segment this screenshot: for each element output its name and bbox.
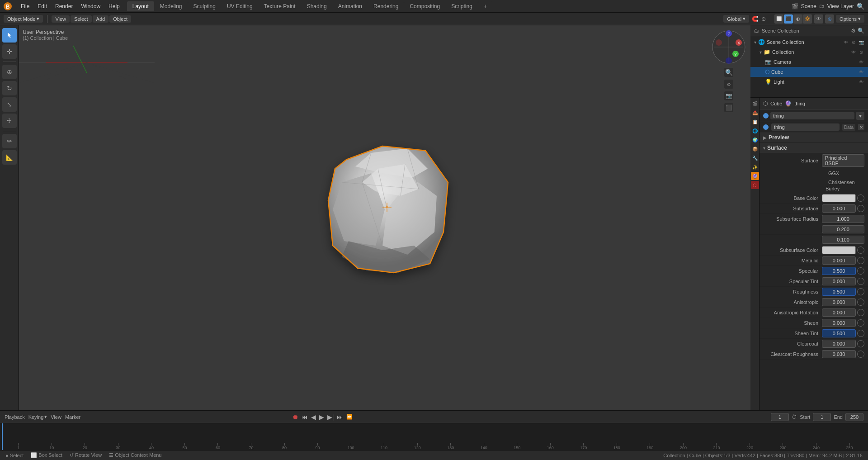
prop-tab-data[interactable]: ⬡ <box>751 181 759 189</box>
outliner-search-icon[interactable]: 🔍 <box>858 28 864 34</box>
transform-tool[interactable]: ☩ <box>2 114 17 128</box>
prop-tab-material[interactable]: 🔮 <box>751 172 759 180</box>
mat-x-btn[interactable]: ✕ <box>858 124 864 130</box>
object-mode-btn[interactable]: Object Mode ▾ <box>4 15 43 23</box>
specular-keyframe-btn[interactable] <box>857 267 864 275</box>
prop-tab-output[interactable]: 📤 <box>751 109 759 117</box>
prop-tab-modifier[interactable]: 🔧 <box>751 154 759 162</box>
end-frame-input[interactable] <box>845 413 863 421</box>
add-menu-btn[interactable]: Add <box>93 15 109 23</box>
base-color-keyframe-btn[interactable] <box>857 194 864 202</box>
tab-layout[interactable]: Layout <box>127 1 154 11</box>
vis-eye-icon[interactable]: 👁 <box>843 39 849 45</box>
specular-tint-field[interactable] <box>822 277 856 285</box>
object-menu-btn[interactable]: Object <box>109 15 131 23</box>
options-btn[interactable]: Options ▾ <box>836 15 864 23</box>
subsurface-field[interactable] <box>822 204 856 213</box>
outliner-camera[interactable]: 📷 Camera 👁 <box>750 57 868 67</box>
mat-browse-btn[interactable]: ▼ <box>856 112 864 120</box>
menu-render[interactable]: Render <box>52 1 76 11</box>
move-tool[interactable]: ⊕ <box>2 65 17 79</box>
outliner-cube[interactable]: ⬡ Cube 👁 <box>750 67 868 77</box>
next-keyframe-btn[interactable]: ⏩ <box>345 414 354 420</box>
tab-animation[interactable]: Animation <box>333 1 368 11</box>
tab-modeling[interactable]: Modeling <box>155 1 188 11</box>
tab-scripting[interactable]: Scripting <box>446 1 478 11</box>
roughness-keyframe-btn[interactable] <box>857 288 864 295</box>
surface-type-dropdown[interactable]: Principled BSDF <box>822 154 864 167</box>
coll-vis-icon[interactable]: 👁 <box>850 49 857 55</box>
clearcoat-roughness-field[interactable] <box>822 350 856 358</box>
outliner-collection[interactable]: ▾ 📁 Collection 👁 ⊙ <box>750 47 868 57</box>
subsurface-color-keyframe-btn[interactable] <box>857 247 864 254</box>
next-frame-btn[interactable]: ▶| <box>326 413 335 421</box>
subsurface-color-swatch[interactable] <box>822 246 856 254</box>
overlay-btn[interactable]: 👁 <box>814 14 823 24</box>
specular-tint-keyframe-btn[interactable] <box>857 278 864 285</box>
frame-all-btn[interactable]: ⬛ <box>724 103 733 112</box>
global-btn[interactable]: Global ▾ <box>723 15 749 23</box>
menu-file[interactable]: File <box>17 1 33 11</box>
tab-texture-paint[interactable]: Texture Paint <box>259 1 301 11</box>
light-vis-icon[interactable]: 👁 <box>858 79 864 85</box>
subsurface-radius-g-field[interactable] <box>822 225 864 233</box>
camera-view-btn[interactable]: 📷 <box>724 91 733 100</box>
prev-frame-btn[interactable]: ◀ <box>310 413 317 421</box>
skip-end-btn[interactable]: ⏭ <box>336 413 344 421</box>
orientation-gizmo[interactable]: X Y Z <box>711 29 747 65</box>
prop-tab-view-layer[interactable]: 📋 <box>751 118 759 126</box>
outliner-filter-icon[interactable]: ⚙ <box>851 28 856 34</box>
specular-field[interactable] <box>822 267 856 275</box>
prop-tab-object[interactable]: 📦 <box>751 145 759 153</box>
scale-tool[interactable]: ⤡ <box>2 97 17 112</box>
vis-render-icon[interactable]: 📷 <box>858 39 864 45</box>
anisotropic-field[interactable] <box>822 298 856 306</box>
annotate-tool[interactable]: ✏ <box>2 134 17 148</box>
preview-section-header[interactable]: ▶ Preview <box>760 133 868 143</box>
zoom-in-btn[interactable]: 🔍 <box>724 68 733 77</box>
select-tool[interactable] <box>2 28 17 43</box>
anisotropic-rotation-field[interactable] <box>822 308 856 317</box>
rendered-btn[interactable]: 🔆 <box>803 14 812 24</box>
start-frame-input[interactable] <box>813 413 831 421</box>
rotate-tool[interactable]: ↻ <box>2 81 17 95</box>
menu-window[interactable]: Window <box>77 1 104 11</box>
outliner-scene-collection[interactable]: ▾ 🌐 Scene Collection 👁 ⊙ 📷 <box>750 37 868 47</box>
metallic-keyframe-btn[interactable] <box>857 257 864 264</box>
sheen-tint-keyframe-btn[interactable] <box>857 330 864 337</box>
select-menu-btn[interactable]: Select <box>71 15 92 23</box>
clearcoat-field[interactable] <box>822 340 856 348</box>
base-color-swatch[interactable] <box>822 194 856 202</box>
tab-shading[interactable]: Shading <box>302 1 332 11</box>
playback-menu[interactable]: Playback <box>5 414 25 420</box>
clearcoat-roughness-keyframe-btn[interactable] <box>857 351 864 358</box>
roughness-field[interactable] <box>822 288 856 296</box>
viewport-3d[interactable]: User Perspective (1) Collection | Cube X… <box>19 25 750 410</box>
subsurface-radius-r-field[interactable] <box>822 215 864 223</box>
cam-vis-icon[interactable]: 👁 <box>858 59 864 65</box>
sheen-field[interactable] <box>822 319 856 327</box>
tab-compositing[interactable]: Compositing <box>404 1 445 11</box>
metallic-field[interactable] <box>822 256 856 265</box>
anisotropic-rotation-keyframe-btn[interactable] <box>857 309 864 316</box>
tab-add[interactable]: + <box>478 1 492 11</box>
record-btn[interactable]: ⏺ <box>291 413 299 421</box>
prop-tab-scene[interactable]: 🌐 <box>751 127 759 135</box>
measure-tool[interactable]: 📐 <box>2 150 17 165</box>
prop-tab-render[interactable]: 🎬 <box>751 100 759 108</box>
material-name-input[interactable] <box>770 112 854 119</box>
surface-section-header[interactable]: ▾ Surface <box>760 143 868 153</box>
cube-vis-icon[interactable]: 👁 <box>858 69 864 75</box>
subsurface-keyframe-btn[interactable] <box>857 205 864 212</box>
tab-rendering[interactable]: Rendering <box>368 1 404 11</box>
timeline-ruler[interactable]: 1 10 20 30 40 50 60 70 80 90 100 110 120… <box>0 423 868 450</box>
sheen-keyframe-btn[interactable] <box>857 319 864 327</box>
view-menu-btn[interactable]: View <box>52 15 70 23</box>
menu-help[interactable]: Help <box>105 1 123 11</box>
view-menu[interactable]: View <box>51 414 61 420</box>
keying-menu[interactable]: Keying ▾ <box>28 414 47 420</box>
clearcoat-keyframe-btn[interactable] <box>857 340 864 347</box>
current-frame-input[interactable] <box>771 413 789 421</box>
proportional-icon[interactable]: ⊙ <box>760 15 767 23</box>
lookdev-btn[interactable]: ◐ <box>793 14 802 24</box>
